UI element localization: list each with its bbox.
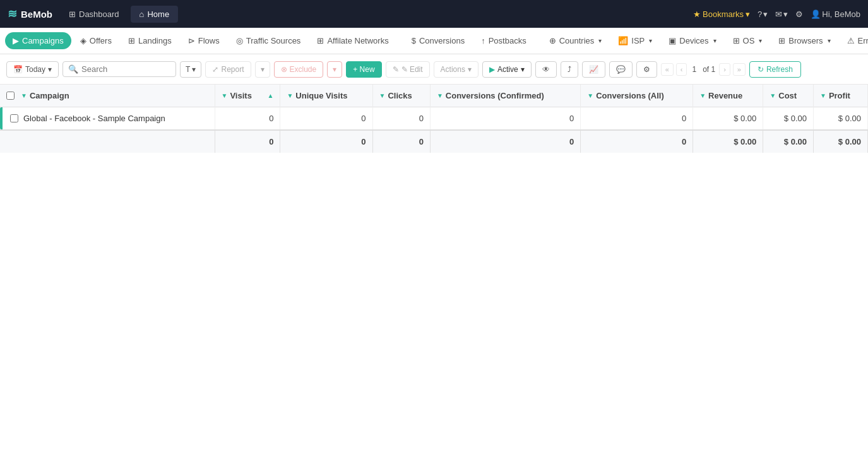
os-icon: ⊞ <box>733 36 740 45</box>
actions-button[interactable]: Actions ▾ <box>434 61 479 78</box>
col-revenue[interactable]: ▼ Revenue <box>693 85 763 107</box>
exclude-icon: ⊗ <box>281 65 287 74</box>
countries-chevron: ▾ <box>598 37 602 44</box>
report-dropdown[interactable]: ▾ <box>255 61 270 78</box>
col-conversions-all[interactable]: ▼ Conversions (All) <box>581 85 693 107</box>
os-chevron: ▾ <box>759 37 762 44</box>
nav-postbacks[interactable]: ↑ Postbacks <box>473 32 533 49</box>
comment-button[interactable]: 💬 <box>609 61 633 78</box>
search-input[interactable] <box>81 64 157 74</box>
col-clicks[interactable]: ▼ Clicks <box>372 85 430 107</box>
home-icon: ⌂ <box>140 9 145 19</box>
nav-errors[interactable]: ⚠ Errors <box>840 32 869 49</box>
filter-type-button[interactable]: T ▾ <box>180 61 201 78</box>
search-icon: 🔍 <box>68 64 78 74</box>
conv-all-filter-icon: ▼ <box>587 92 593 99</box>
row-checkbox[interactable] <box>10 114 18 122</box>
today-chevron: ▾ <box>48 65 52 74</box>
col-revenue-label: Revenue <box>708 91 742 100</box>
messages-button[interactable]: ✉ ▾ <box>775 9 788 19</box>
campaign-cell: Global - Facebook - Sample Campaign <box>0 107 215 131</box>
share-button[interactable]: ⤴ <box>561 61 578 78</box>
isp-icon: 📶 <box>618 36 628 45</box>
nav-os[interactable]: ⊞ OS ▾ <box>725 32 770 49</box>
browsers-label: Browsers <box>788 36 823 45</box>
clicks-cell: 0 <box>372 107 430 131</box>
nav-campaigns[interactable]: ▶ Campaigns <box>5 32 71 49</box>
help-button[interactable]: ? ▾ <box>758 9 768 19</box>
nav-browsers[interactable]: ⊞ Browsers ▾ <box>771 32 838 49</box>
col-cost-label: Cost <box>778 91 797 100</box>
messages-icon: ✉ <box>775 9 782 19</box>
conv-all-cell: 0 <box>581 107 693 131</box>
col-campaign-filter: ▼ <box>21 92 27 99</box>
chart-icon: 📈 <box>589 65 598 74</box>
nav-landings[interactable]: ⊞ Landings <box>121 32 179 49</box>
refresh-button[interactable]: ↻ Refresh <box>749 61 801 78</box>
nav-countries[interactable]: ⊕ Countries ▾ <box>542 32 610 49</box>
next-page-button[interactable]: › <box>719 63 730 76</box>
pagination: « ‹ 1 of 1 › » <box>661 63 746 76</box>
logo-text: BeMob <box>21 9 52 20</box>
exclude-button[interactable]: ⊗ Exclude <box>274 61 324 78</box>
footer-profit: $ 0.00 <box>813 130 867 153</box>
countries-icon: ⊕ <box>549 36 556 45</box>
nav-devices[interactable]: ▣ Devices ▾ <box>661 32 723 49</box>
refresh-icon: ↻ <box>758 65 764 74</box>
visits-sort: ▲ <box>268 92 274 99</box>
chart-button[interactable]: 📈 <box>582 61 605 78</box>
col-profit[interactable]: ▼ Profit <box>813 85 867 107</box>
edit-label: ✎ Edit <box>401 65 423 74</box>
visits-filter-icon: ▼ <box>222 92 228 99</box>
gear-icon: ⚙ <box>795 9 803 19</box>
bookmarks-label: Bookmarks <box>703 9 744 19</box>
user-menu[interactable]: 👤 Hi, BeMob <box>811 9 860 19</box>
footer-row: 0 0 0 0 0 $ 0.00 $ 0.00 $ 0.00 <box>0 130 868 153</box>
home-label: Home <box>147 9 169 19</box>
home-tab[interactable]: ⌂ Home <box>131 6 179 23</box>
user-icon: 👤 <box>811 9 821 19</box>
edit-button[interactable]: ✎ ✎ Edit <box>386 61 430 78</box>
flows-label: Flows <box>198 36 220 45</box>
devices-icon: ▣ <box>669 36 676 45</box>
first-page-button[interactable]: « <box>661 63 674 76</box>
exclude-dropdown[interactable]: ▾ <box>327 61 342 78</box>
today-button[interactable]: 📅 Today ▾ <box>6 61 59 78</box>
col-cost[interactable]: ▼ Cost <box>763 85 814 107</box>
logo-icon: ≋ <box>8 7 17 21</box>
active-label: Active <box>497 65 518 74</box>
campaigns-label: Campaigns <box>22 36 64 45</box>
actions-chevron: ▾ <box>468 65 472 74</box>
dashboard-tab[interactable]: ⊞ Dashboard <box>60 6 128 23</box>
nav-traffic-sources[interactable]: ◎ Traffic Sources <box>229 32 309 49</box>
col-campaign[interactable]: ▼ Campaign <box>0 85 215 107</box>
affiliate-label: Affilate Networks <box>327 36 388 45</box>
bookmarks-link[interactable]: ★ Bookmarks ▾ <box>693 9 750 19</box>
nav-flows[interactable]: ⊳ Flows <box>181 32 227 49</box>
last-page-button[interactable]: » <box>733 63 746 76</box>
select-all-checkbox[interactable] <box>6 92 15 100</box>
revenue-filter-icon: ▼ <box>699 92 706 99</box>
nav-offers[interactable]: ◈ Offers <box>73 32 119 49</box>
col-visits-label: Visits <box>230 91 251 100</box>
landings-icon: ⊞ <box>128 36 135 45</box>
column-settings-button[interactable]: ⚙ <box>636 61 657 78</box>
active-chevron: ▾ <box>521 65 525 74</box>
campaign-name: Global - Facebook - Sample Campaign <box>23 114 165 123</box>
report-button[interactable]: ⤢ Report <box>205 61 251 78</box>
prev-page-button[interactable]: ‹ <box>676 63 687 76</box>
dashboard-icon: ⊞ <box>69 9 76 19</box>
exclude-label: Exclude <box>290 65 317 74</box>
nav-conversions[interactable]: $ Conversions <box>404 32 473 49</box>
second-nav: ▶ Campaigns ◈ Offers ⊞ Landings ⊳ Flows … <box>0 28 868 54</box>
eye-button[interactable]: 👁 <box>535 61 557 78</box>
settings-button[interactable]: ⚙ <box>795 9 803 19</box>
col-visits[interactable]: ▼ Visits ▲ <box>215 85 280 107</box>
nav-affiliate-networks[interactable]: ⊞ Affilate Networks <box>309 32 396 49</box>
col-conversions-confirmed[interactable]: ▼ Conversions (Confirmed) <box>430 85 580 107</box>
active-button[interactable]: ▶ Active ▾ <box>482 61 532 78</box>
col-unique-visits[interactable]: ▼ Unique Visits <box>280 85 372 107</box>
postbacks-icon: ↑ <box>481 36 485 45</box>
nav-isp[interactable]: 📶 ISP ▾ <box>610 32 660 49</box>
new-button[interactable]: + New <box>346 61 381 78</box>
